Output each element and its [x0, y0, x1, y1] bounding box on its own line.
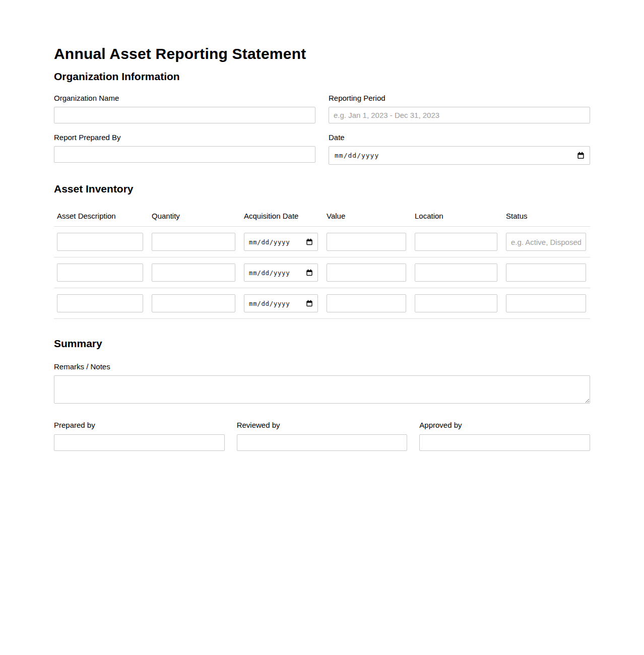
form-container: Annual Asset Reporting Statement Organiz…	[54, 0, 590, 481]
acquisition-date-value-row1: mm/dd/yyyy	[249, 238, 290, 246]
asset-description-input-row3[interactable]	[57, 294, 143, 312]
organization-name-input[interactable]	[54, 107, 315, 123]
status-input-row3[interactable]	[506, 294, 586, 312]
calendar-icon[interactable]	[306, 238, 313, 245]
report-prepared-by-input[interactable]	[54, 146, 315, 163]
date-label: Date	[329, 133, 590, 142]
approved-by-input[interactable]	[419, 434, 590, 451]
field-prepared-by: Prepared by	[54, 421, 225, 451]
section-heading-asset-inventory: Asset Inventory	[54, 183, 590, 195]
field-approved-by: Approved by	[419, 421, 590, 451]
quantity-input-row1[interactable]	[152, 233, 235, 251]
field-reporting-period: Reporting Period	[329, 94, 590, 123]
status-input-row2[interactable]	[506, 264, 586, 282]
field-report-prepared-by: Report Prepared By	[54, 133, 315, 165]
field-date: Date mm/dd/yyyy	[329, 133, 590, 165]
location-input-row2[interactable]	[415, 264, 497, 282]
quantity-input-row3[interactable]	[152, 294, 235, 312]
calendar-icon[interactable]	[306, 300, 313, 307]
value-input-row3[interactable]	[327, 294, 406, 312]
reviewed-by-input[interactable]	[237, 434, 408, 451]
date-input[interactable]: mm/dd/yyyy	[329, 146, 590, 165]
prepared-by-label: Prepared by	[54, 421, 225, 430]
section-heading-organization-information: Organization Information	[54, 71, 590, 83]
location-input-row3[interactable]	[415, 294, 497, 312]
quantity-input-row2[interactable]	[152, 264, 235, 282]
page-title: Annual Asset Reporting Statement	[54, 45, 590, 62]
column-header-value: Value	[327, 212, 406, 221]
inventory-table-row: mm/dd/yyyy	[54, 257, 590, 288]
asset-description-input-row2[interactable]	[57, 264, 143, 282]
acquisition-date-value-row3: mm/dd/yyyy	[249, 300, 290, 307]
date-value: mm/dd/yyyy	[335, 152, 379, 159]
reviewed-by-label: Reviewed by	[237, 421, 408, 430]
report-prepared-by-label: Report Prepared By	[54, 133, 315, 142]
field-reviewed-by: Reviewed by	[237, 421, 408, 451]
organization-name-label: Organization Name	[54, 94, 315, 103]
reporting-period-input[interactable]	[329, 107, 590, 123]
column-header-status: Status	[506, 212, 586, 221]
signature-fields-grid: Prepared by Reviewed by Approved by	[54, 421, 590, 481]
section-heading-summary: Summary	[54, 338, 590, 350]
value-input-row1[interactable]	[327, 233, 406, 251]
status-input-row1[interactable]	[506, 233, 586, 251]
prepared-by-input[interactable]	[54, 434, 225, 451]
acquisition-date-input-row3[interactable]: mm/dd/yyyy	[244, 294, 318, 312]
column-header-quantity: Quantity	[152, 212, 235, 221]
acquisition-date-input-row2[interactable]: mm/dd/yyyy	[244, 264, 318, 282]
value-input-row2[interactable]	[327, 264, 406, 282]
acquisition-date-value-row2: mm/dd/yyyy	[249, 269, 290, 277]
inventory-table-row: mm/dd/yyyy	[54, 288, 590, 319]
calendar-icon[interactable]	[577, 152, 585, 159]
organization-fields-grid: Organization Name Reporting Period Repor…	[54, 94, 590, 165]
remarks-notes-label: Remarks / Notes	[54, 362, 590, 371]
field-organization-name: Organization Name	[54, 94, 315, 123]
reporting-period-label: Reporting Period	[329, 94, 590, 103]
location-input-row1[interactable]	[415, 233, 497, 251]
calendar-icon[interactable]	[306, 269, 313, 276]
asset-description-input-row1[interactable]	[57, 233, 143, 251]
inventory-table-row: mm/dd/yyyy	[54, 227, 590, 257]
approved-by-label: Approved by	[419, 421, 590, 430]
acquisition-date-input-row1[interactable]: mm/dd/yyyy	[244, 233, 318, 251]
column-header-acquisition-date: Acquisition Date	[244, 212, 318, 221]
column-header-location: Location	[415, 212, 497, 221]
remarks-notes-textarea[interactable]	[54, 375, 590, 404]
column-header-asset-description: Asset Description	[57, 212, 143, 221]
inventory-table-header: Asset Description Quantity Acquisition D…	[54, 212, 590, 227]
